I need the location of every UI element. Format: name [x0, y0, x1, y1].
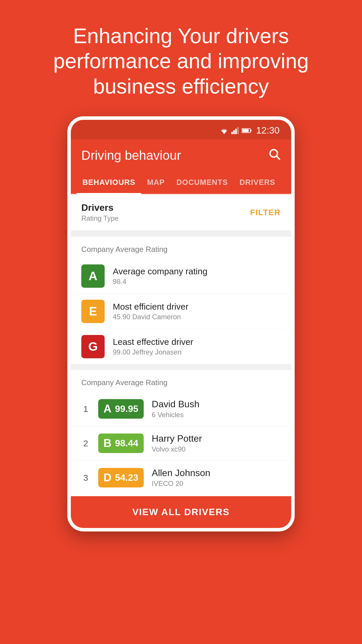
svg-rect-4 [235, 129, 237, 134]
svg-rect-5 [237, 127, 239, 134]
app-bar-title: Driving behaviour [81, 148, 181, 163]
driver-list-item-2[interactable]: 2 B 98.44 Harry Potter Volvo xc90 [71, 426, 291, 461]
content-area: Drivers Rating Type FILTER Company Avera… [71, 194, 291, 528]
filter-title: Drivers [81, 202, 119, 213]
rating-title-least: Least effective driver [113, 337, 193, 347]
tabs-bar: BEHAVIOURS MAP DOCUMENTS DRIVERS [71, 171, 291, 194]
svg-rect-2 [231, 132, 233, 134]
svg-rect-8 [250, 130, 252, 131]
rating-text-avg: Average company rating 98.4 [113, 266, 208, 286]
rating-item-avg: A Average company rating 98.4 [71, 259, 291, 294]
rating-sub-least: 99.00 Jeffrey Jonasen [113, 348, 193, 356]
svg-line-10 [277, 157, 280, 159]
rating-title-avg: Average company rating [113, 266, 208, 276]
svg-rect-7 [242, 129, 249, 132]
score-letter-1: A [103, 403, 111, 415]
drivers-section-title: Company Average Rating [71, 370, 291, 392]
score-number-1: 99.95 [115, 403, 138, 414]
rating-text-least: Least effective driver 99.00 Jeffrey Jon… [113, 337, 193, 356]
filter-info: Drivers Rating Type [81, 202, 119, 222]
score-letter-3: D [103, 471, 111, 484]
tab-behaviours[interactable]: BEHAVIOURS [77, 171, 141, 193]
battery-icon [242, 128, 252, 134]
score-number-2: 98.44 [115, 438, 138, 449]
hero-text: Enhancing Your drivers performance and i… [0, 0, 362, 116]
status-bar: 12:30 [71, 120, 291, 139]
driver-rank-1: 1 [81, 404, 90, 414]
driver-list-item-1[interactable]: 1 A 99.95 David Bush 6 Vehicles [71, 392, 291, 426]
driver-sub-2: Volvo xc90 [152, 445, 202, 453]
view-all-button[interactable]: VIEW ALL DRIVERS [71, 496, 291, 528]
search-button[interactable] [268, 148, 281, 163]
rating-title-efficient: Most efficient driver [113, 302, 189, 312]
filter-row: Drivers Rating Type FILTER [71, 194, 291, 231]
phone-device: 12:30 Driving behaviour BEHAVIOURS MAP D… [67, 116, 295, 531]
score-number-3: 54.23 [115, 472, 138, 483]
signal-icon [231, 127, 239, 134]
driver-info-2: Harry Potter Volvo xc90 [152, 433, 202, 453]
tab-documents[interactable]: DOCUMENTS [171, 171, 234, 193]
driver-sub-1: 6 Vehicles [152, 411, 200, 419]
driver-info-3: Allen Johnson IVECO 20 [152, 468, 210, 488]
rating-sub-avg: 98.4 [113, 278, 208, 286]
driver-badge-2: B 98.44 [98, 434, 144, 453]
driver-name-2: Harry Potter [152, 433, 202, 444]
rating-sub-efficient: 45.90 David Cameron [113, 313, 189, 321]
app-bar: Driving behaviour [71, 139, 291, 171]
svg-rect-3 [233, 130, 235, 134]
driver-rank-3: 3 [81, 473, 90, 483]
rating-badge-a: A [81, 264, 105, 288]
drivers-list-section: Company Average Rating 1 A 99.95 David B… [71, 370, 291, 528]
driver-name-3: Allen Johnson [152, 468, 210, 478]
filter-button[interactable]: FILTER [250, 208, 281, 217]
driver-rank-2: 2 [81, 438, 90, 448]
status-time: 12:30 [256, 125, 280, 136]
driver-info-1: David Bush 6 Vehicles [152, 399, 200, 419]
signal-icons [219, 127, 252, 134]
svg-point-9 [270, 150, 277, 157]
tab-map[interactable]: MAP [141, 171, 171, 193]
wifi-icon [219, 127, 229, 134]
rating-badge-g: G [81, 335, 105, 358]
driver-badge-3: D 54.23 [98, 468, 144, 487]
filter-subtitle: Rating Type [81, 214, 119, 222]
rating-badge-e: E [81, 300, 105, 323]
summary-card: Company Average Rating A Average company… [71, 237, 291, 364]
tab-drivers[interactable]: DRIVERS [234, 171, 281, 193]
driver-list-item-3[interactable]: 3 D 54.23 Allen Johnson IVECO 20 [71, 461, 291, 495]
score-letter-2: B [103, 437, 111, 450]
rating-item-efficient: E Most efficient driver 45.90 David Came… [71, 294, 291, 329]
driver-name-1: David Bush [152, 399, 200, 410]
driver-badge-1: A 99.95 [98, 399, 144, 419]
rating-item-least: G Least effective driver 99.00 Jeffrey J… [71, 329, 291, 364]
driver-sub-3: IVECO 20 [152, 480, 210, 488]
summary-section-title: Company Average Rating [71, 237, 291, 259]
rating-text-efficient: Most efficient driver 45.90 David Camero… [113, 302, 189, 321]
